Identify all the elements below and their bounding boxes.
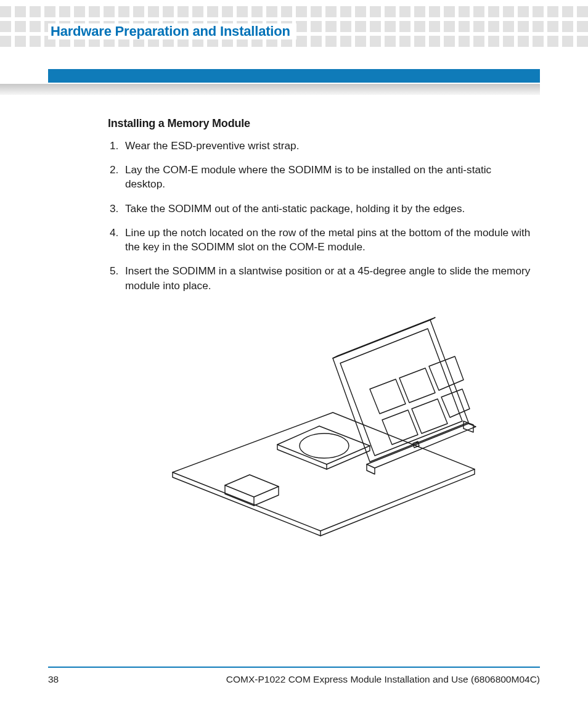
svg-point-0 bbox=[300, 433, 349, 458]
page-number: 38 bbox=[48, 674, 59, 685]
page: Hardware Preparation and Installation In… bbox=[0, 0, 588, 706]
footer: 38 COMX-P1022 COM Express Module Install… bbox=[48, 674, 540, 685]
steps-list: Wear the ESD-preventive wrist strap. Lay… bbox=[108, 139, 533, 293]
step-item: Lay the COM-E module where the SODIMM is… bbox=[121, 163, 533, 191]
chapter-title: Hardware Preparation and Installation bbox=[48, 23, 296, 39]
content-area: Installing a Memory Module Wear the ESD-… bbox=[108, 117, 533, 540]
header-shadow bbox=[0, 84, 540, 95]
sodimm-illustration-icon bbox=[148, 303, 493, 537]
footer-rule bbox=[48, 667, 540, 668]
figure-sodimm-insert bbox=[148, 303, 493, 540]
header-decor: Hardware Preparation and Installation bbox=[0, 0, 588, 55]
step-item: Insert the SODIMM in a slantwise positio… bbox=[121, 264, 533, 292]
step-item: Take the SODIMM out of the anti-static p… bbox=[121, 202, 533, 216]
step-item: Wear the ESD-preventive wrist strap. bbox=[121, 139, 533, 153]
decor-row bbox=[0, 6, 588, 17]
header-accent-bar bbox=[48, 69, 540, 83]
step-item: Line up the notch located on the row of … bbox=[121, 226, 533, 254]
doc-title: COMX-P1022 COM Express Module Installati… bbox=[226, 674, 540, 685]
section-title: Installing a Memory Module bbox=[108, 117, 533, 130]
